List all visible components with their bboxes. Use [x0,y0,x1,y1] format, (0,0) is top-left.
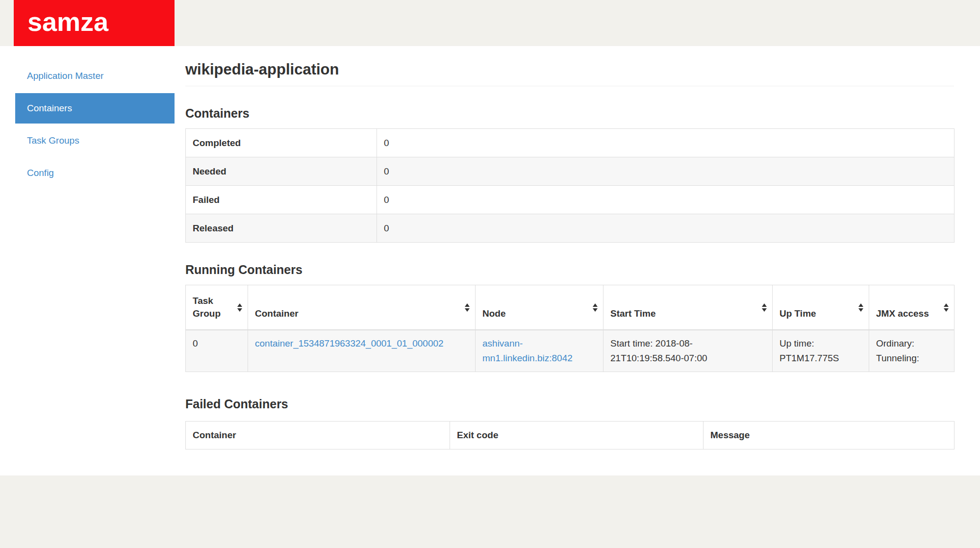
jmx-ordinary-label: Ordinary: [876,336,947,351]
summary-value-failed: 0 [377,186,955,214]
column-header-up-time[interactable]: Up Time [773,285,869,330]
running-containers-heading: Running Containers [185,262,954,277]
sidebar-item-config[interactable]: Config [15,158,175,188]
column-header-label: Start Time [610,308,656,319]
cell-up-time: Up time: PT1M17.775S [773,330,869,372]
jmx-tunneling-label: Tunneling: [876,351,947,366]
column-header-label: Task Group [193,296,221,319]
cell-start-time: Start time: 2018-08-21T10:19:58.540-07:0… [603,330,773,372]
column-header-container[interactable]: Container [248,285,476,330]
cell-jmx-access: Ordinary: Tunneling: [869,330,955,372]
column-header-exit-code: Exit code [450,422,704,449]
sort-icon[interactable] [237,303,243,312]
sort-icon[interactable] [761,303,767,312]
sort-icon[interactable] [858,303,864,312]
column-header-task-group[interactable]: Task Group [186,285,248,330]
table-row: Needed 0 [186,157,955,186]
main-content: wikipedia-application Containers Complet… [185,46,954,449]
sidebar-nav: Application Master Containers Task Group… [15,61,175,190]
column-header-label: Node [482,308,506,319]
column-header-message: Message [704,422,955,449]
column-header-jmx-access[interactable]: JMX access [869,285,955,330]
containers-heading: Containers [185,106,954,121]
sort-icon[interactable] [943,303,949,312]
cell-node: ashivann-mn1.linkedin.biz:8042 [476,330,603,372]
table-row: 0 container_1534871963324_0001_01_000002… [186,330,955,372]
summary-value-released: 0 [377,214,955,243]
container-link[interactable]: container_1534871963324_0001_01_000002 [255,338,444,349]
failed-containers-table: Container Exit code Message [185,421,955,449]
containers-summary-table: Completed 0 Needed 0 Failed 0 Released 0 [185,128,955,243]
summary-label-needed: Needed [186,157,377,186]
summary-label-completed: Completed [186,129,377,157]
table-row: Completed 0 [186,129,955,157]
samza-logo[interactable]: samza [14,0,175,46]
sidebar-item-containers[interactable]: Containers [15,93,175,124]
column-header-label: Container [255,308,299,319]
table-row: Failed 0 [186,186,955,214]
column-header-start-time[interactable]: Start Time [603,285,773,330]
summary-label-released: Released [186,214,377,243]
up-time-value: PT1M17.775S [779,351,862,366]
cell-container: container_1534871963324_0001_01_000002 [248,330,476,372]
column-header-label: JMX access [876,308,929,319]
running-containers-table: Task Group Container Node Start Time Up … [185,285,955,372]
table-header-row: Task Group Container Node Start Time Up … [186,285,955,330]
column-header-node[interactable]: Node [476,285,603,330]
table-header-row: Container Exit code Message [186,422,955,449]
sidebar-item-application-master[interactable]: Application Master [15,61,175,91]
column-header-label: Up Time [779,308,816,319]
summary-value-needed: 0 [377,157,955,186]
failed-containers-heading: Failed Containers [185,397,954,411]
summary-value-completed: 0 [377,129,955,157]
sort-icon[interactable] [464,303,470,312]
table-row: Released 0 [186,214,955,243]
column-header-failed-container: Container [186,422,450,449]
sidebar-item-task-groups[interactable]: Task Groups [15,125,175,156]
page-title: wikipedia-application [185,60,954,86]
sort-icon[interactable] [592,303,598,312]
cell-task-group: 0 [186,330,248,372]
node-link[interactable]: ashivann-mn1.linkedin.biz:8042 [482,338,573,363]
summary-label-failed: Failed [186,186,377,214]
up-time-label: Up time: [779,336,862,351]
samza-logo-text: samza [27,8,108,38]
